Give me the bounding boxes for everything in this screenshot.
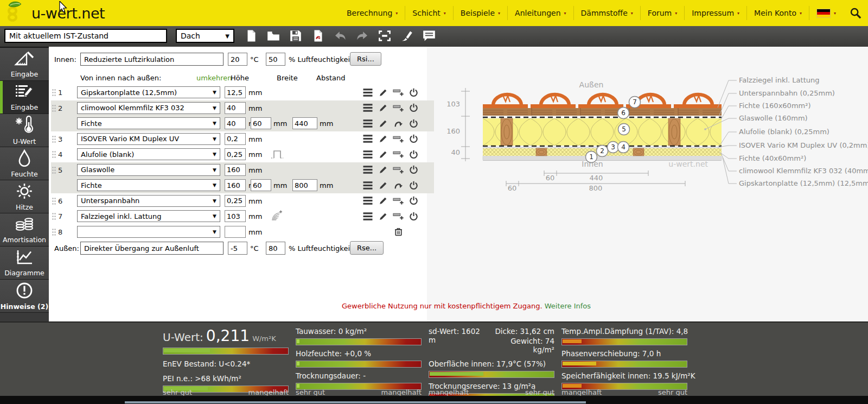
menu-item-beispiele[interactable]: Beispiele▾: [453, 6, 507, 20]
material-select[interactable]: Falzziegel inkl. Lattung▼: [77, 210, 220, 222]
export-pdf-icon[interactable]: [310, 28, 326, 44]
power-icon[interactable]: [407, 179, 419, 191]
menu-item-impressum[interactable]: Impressum▾: [684, 6, 746, 20]
reverse-link[interactable]: umkehren: [196, 74, 232, 82]
material-select[interactable]: Fichte▼: [77, 179, 220, 191]
material-select[interactable]: climowool Klemmfilz KF3 032▼: [77, 102, 220, 114]
menu-icon[interactable]: [362, 179, 374, 191]
insert-icon[interactable]: [392, 133, 404, 145]
power-icon[interactable]: [407, 86, 419, 98]
insert-icon[interactable]: [392, 148, 404, 160]
row-drag-handle[interactable]: [52, 197, 56, 207]
save-icon[interactable]: [288, 28, 304, 44]
sidebar-item-hitze-4[interactable]: Hitze: [0, 180, 49, 213]
hoehe-input[interactable]: [225, 179, 246, 191]
insert-icon[interactable]: [392, 86, 404, 98]
power-icon[interactable]: [407, 102, 419, 114]
hoehe-input[interactable]: [225, 117, 246, 129]
hoehe-input[interactable]: [225, 164, 246, 176]
menu-icon[interactable]: [362, 102, 374, 114]
outer-temp-input[interactable]: [228, 242, 247, 255]
inner-surface-input[interactable]: [80, 53, 224, 66]
row-drag-handle[interactable]: [52, 150, 56, 161]
sidebar-item-diagramme-6[interactable]: Diagramme: [0, 247, 49, 280]
power-icon[interactable]: [407, 133, 419, 145]
menu-icon[interactable]: [362, 164, 374, 176]
menu-icon[interactable]: [362, 195, 374, 207]
power-icon[interactable]: [407, 117, 419, 129]
open-folder-icon[interactable]: [265, 28, 282, 44]
edit-icon[interactable]: [377, 148, 389, 160]
power-icon[interactable]: [407, 210, 419, 222]
edit-icon[interactable]: [377, 86, 389, 98]
menu-item-forum[interactable]: Forum▾: [640, 6, 684, 20]
row-drag-handle[interactable]: [52, 104, 56, 115]
menu-icon[interactable]: [362, 86, 374, 98]
hoehe-input[interactable]: [225, 226, 246, 238]
swap-icon[interactable]: [392, 117, 404, 129]
outer-humidity-input[interactable]: [266, 242, 285, 255]
more-info-link[interactable]: Weitere Infos: [545, 302, 591, 310]
breite-input[interactable]: [251, 179, 271, 191]
brand[interactable]: u-wert.net: [4, 1, 105, 26]
trash-icon[interactable]: [392, 226, 404, 238]
insert-icon[interactable]: [392, 210, 404, 222]
edit-icon[interactable]: [377, 102, 389, 114]
swap-icon[interactable]: [392, 179, 404, 191]
inner-temp-input[interactable]: [228, 53, 247, 66]
edit-icon[interactable]: [377, 117, 389, 129]
edit-icon[interactable]: [377, 195, 389, 207]
hoehe-input[interactable]: [225, 102, 246, 114]
insert-icon[interactable]: [392, 102, 404, 114]
row-drag-handle[interactable]: [52, 135, 56, 146]
row-drag-handle[interactable]: [52, 212, 56, 223]
sidebar-item-eingabe-0[interactable]: Eingabe: [0, 48, 49, 81]
menu-icon[interactable]: [362, 133, 374, 145]
edit-icon[interactable]: [377, 133, 389, 145]
hoehe-input[interactable]: [225, 195, 246, 207]
edit-icon[interactable]: [377, 210, 389, 222]
material-select[interactable]: Fichte▼: [77, 117, 220, 129]
material-select[interactable]: ISOVER Vario KM Duplex UV▼: [77, 133, 220, 145]
power-icon[interactable]: [407, 148, 419, 160]
edit-icon[interactable]: [377, 164, 389, 176]
insert-icon[interactable]: [392, 195, 404, 207]
row-drag-handle[interactable]: [52, 228, 56, 238]
insert-icon[interactable]: [392, 164, 404, 176]
inner-humidity-input[interactable]: [266, 53, 285, 66]
menu-item-anleitungen[interactable]: Anleitungen▾: [507, 6, 573, 20]
sidebar-item-eingabe-1[interactable]: Eingabe: [0, 81, 49, 114]
new-document-icon[interactable]: [243, 28, 259, 44]
sidebar-item-hinweise-2-7[interactable]: Hinweise (2): [0, 280, 49, 313]
format-brush-icon[interactable]: [399, 28, 415, 44]
power-icon[interactable]: [407, 164, 419, 176]
fullscreen-icon[interactable]: [376, 28, 393, 44]
menu-icon[interactable]: [362, 210, 374, 222]
material-select[interactable]: ▼: [77, 226, 220, 238]
language-menu[interactable]: ▾: [809, 6, 843, 20]
sidebar-item-amortisation-5[interactable]: Amortisation: [0, 213, 49, 247]
material-select[interactable]: Gipskartonplatte (12,5mm)▼: [77, 86, 220, 98]
sidebar-item-u-wert-2[interactable]: U-Wert: [0, 114, 49, 147]
menu-item-schicht[interactable]: Schicht▾: [405, 6, 452, 20]
outer-surface-input[interactable]: [80, 242, 224, 255]
search-icon[interactable]: [850, 7, 861, 21]
menu-icon[interactable]: [362, 117, 374, 129]
material-select[interactable]: Glaswolle▼: [77, 164, 220, 176]
material-select[interactable]: Unterspannbahn▼: [77, 195, 220, 207]
breite-input[interactable]: [251, 117, 271, 129]
comment-icon[interactable]: [421, 28, 437, 44]
power-icon[interactable]: [407, 195, 419, 207]
edit-icon[interactable]: [377, 179, 389, 191]
menu-item-d-mmstoffe[interactable]: Dämmstoffe▾: [573, 6, 640, 20]
hoehe-input[interactable]: [225, 133, 246, 145]
abstand-input[interactable]: [292, 117, 317, 129]
project-name-input[interactable]: [4, 29, 167, 43]
rse-button[interactable]: Rse...: [350, 241, 384, 255]
construction-type-select[interactable]: Dach ▼: [176, 29, 234, 43]
sidebar-item-feuchte-3[interactable]: Feuchte: [0, 147, 49, 180]
hoehe-input[interactable]: [225, 86, 246, 98]
row-drag-handle[interactable]: [52, 89, 56, 99]
row-drag-handle[interactable]: [52, 166, 56, 176]
menu-item-mein-konto[interactable]: Mein Konto▾: [746, 6, 809, 20]
